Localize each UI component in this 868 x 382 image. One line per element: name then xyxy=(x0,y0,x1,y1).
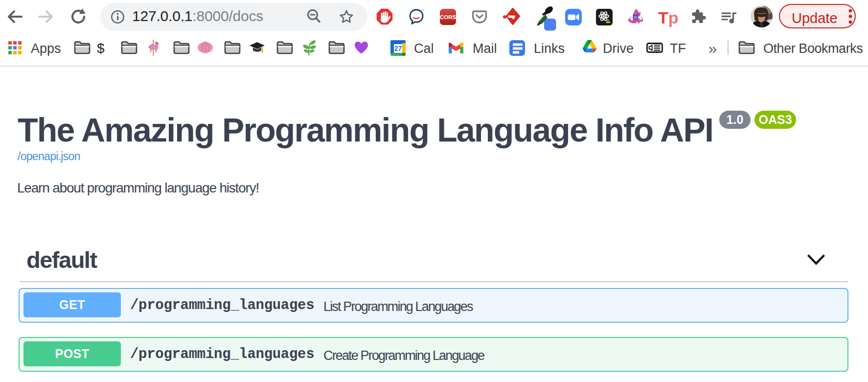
svg-text:27: 27 xyxy=(394,45,402,52)
